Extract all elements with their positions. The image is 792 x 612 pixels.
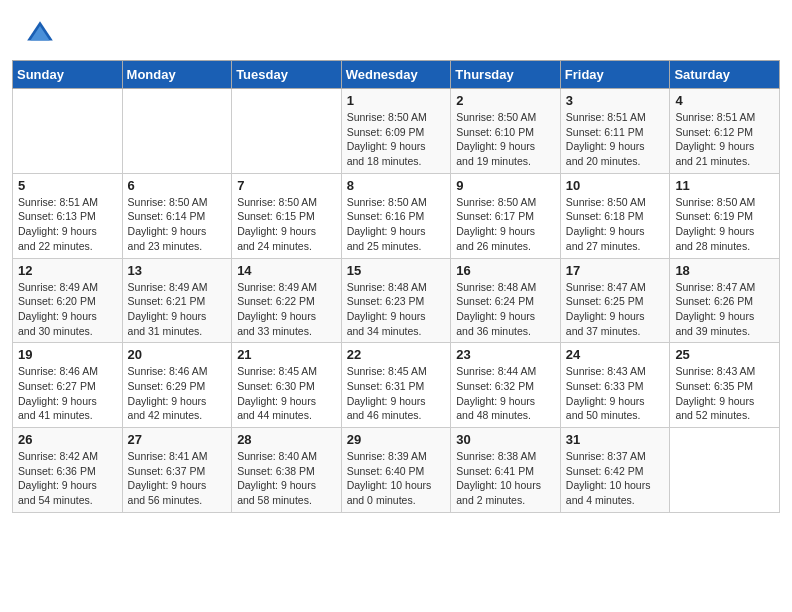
day-number: 21 <box>237 347 336 362</box>
calendar-week-3: 12Sunrise: 8:49 AM Sunset: 6:20 PM Dayli… <box>13 258 780 343</box>
day-number: 25 <box>675 347 774 362</box>
calendar-cell: 9Sunrise: 8:50 AM Sunset: 6:17 PM Daylig… <box>451 173 561 258</box>
day-info: Sunrise: 8:50 AM Sunset: 6:15 PM Dayligh… <box>237 195 336 254</box>
day-info: Sunrise: 8:43 AM Sunset: 6:33 PM Dayligh… <box>566 364 665 423</box>
calendar-week-4: 19Sunrise: 8:46 AM Sunset: 6:27 PM Dayli… <box>13 343 780 428</box>
day-number: 7 <box>237 178 336 193</box>
col-tuesday: Tuesday <box>232 61 342 89</box>
calendar-body: 1Sunrise: 8:50 AM Sunset: 6:09 PM Daylig… <box>13 89 780 513</box>
day-info: Sunrise: 8:50 AM Sunset: 6:10 PM Dayligh… <box>456 110 555 169</box>
calendar-container: Sunday Monday Tuesday Wednesday Thursday… <box>0 60 792 525</box>
day-info: Sunrise: 8:38 AM Sunset: 6:41 PM Dayligh… <box>456 449 555 508</box>
day-info: Sunrise: 8:43 AM Sunset: 6:35 PM Dayligh… <box>675 364 774 423</box>
calendar-cell: 6Sunrise: 8:50 AM Sunset: 6:14 PM Daylig… <box>122 173 232 258</box>
calendar-cell: 13Sunrise: 8:49 AM Sunset: 6:21 PM Dayli… <box>122 258 232 343</box>
day-number: 1 <box>347 93 446 108</box>
header-row: Sunday Monday Tuesday Wednesday Thursday… <box>13 61 780 89</box>
day-number: 20 <box>128 347 227 362</box>
calendar-cell: 20Sunrise: 8:46 AM Sunset: 6:29 PM Dayli… <box>122 343 232 428</box>
calendar-cell: 15Sunrise: 8:48 AM Sunset: 6:23 PM Dayli… <box>341 258 451 343</box>
calendar-cell: 11Sunrise: 8:50 AM Sunset: 6:19 PM Dayli… <box>670 173 780 258</box>
day-number: 6 <box>128 178 227 193</box>
day-info: Sunrise: 8:47 AM Sunset: 6:25 PM Dayligh… <box>566 280 665 339</box>
day-info: Sunrise: 8:45 AM Sunset: 6:30 PM Dayligh… <box>237 364 336 423</box>
calendar-cell: 28Sunrise: 8:40 AM Sunset: 6:38 PM Dayli… <box>232 428 342 513</box>
day-info: Sunrise: 8:50 AM Sunset: 6:14 PM Dayligh… <box>128 195 227 254</box>
day-info: Sunrise: 8:51 AM Sunset: 6:13 PM Dayligh… <box>18 195 117 254</box>
day-number: 14 <box>237 263 336 278</box>
day-number: 11 <box>675 178 774 193</box>
calendar-cell: 22Sunrise: 8:45 AM Sunset: 6:31 PM Dayli… <box>341 343 451 428</box>
calendar-cell: 12Sunrise: 8:49 AM Sunset: 6:20 PM Dayli… <box>13 258 123 343</box>
day-info: Sunrise: 8:46 AM Sunset: 6:27 PM Dayligh… <box>18 364 117 423</box>
calendar-cell: 26Sunrise: 8:42 AM Sunset: 6:36 PM Dayli… <box>13 428 123 513</box>
day-info: Sunrise: 8:51 AM Sunset: 6:12 PM Dayligh… <box>675 110 774 169</box>
day-number: 16 <box>456 263 555 278</box>
calendar-cell: 23Sunrise: 8:44 AM Sunset: 6:32 PM Dayli… <box>451 343 561 428</box>
calendar-header: Sunday Monday Tuesday Wednesday Thursday… <box>13 61 780 89</box>
calendar-week-2: 5Sunrise: 8:51 AM Sunset: 6:13 PM Daylig… <box>13 173 780 258</box>
day-info: Sunrise: 8:50 AM Sunset: 6:16 PM Dayligh… <box>347 195 446 254</box>
day-number: 3 <box>566 93 665 108</box>
calendar-cell: 2Sunrise: 8:50 AM Sunset: 6:10 PM Daylig… <box>451 89 561 174</box>
calendar-cell: 24Sunrise: 8:43 AM Sunset: 6:33 PM Dayli… <box>560 343 670 428</box>
day-info: Sunrise: 8:40 AM Sunset: 6:38 PM Dayligh… <box>237 449 336 508</box>
calendar-cell: 5Sunrise: 8:51 AM Sunset: 6:13 PM Daylig… <box>13 173 123 258</box>
page-header <box>0 0 792 60</box>
day-number: 26 <box>18 432 117 447</box>
day-number: 17 <box>566 263 665 278</box>
calendar-week-5: 26Sunrise: 8:42 AM Sunset: 6:36 PM Dayli… <box>13 428 780 513</box>
day-info: Sunrise: 8:50 AM Sunset: 6:19 PM Dayligh… <box>675 195 774 254</box>
calendar-cell: 4Sunrise: 8:51 AM Sunset: 6:12 PM Daylig… <box>670 89 780 174</box>
col-saturday: Saturday <box>670 61 780 89</box>
day-number: 18 <box>675 263 774 278</box>
day-info: Sunrise: 8:50 AM Sunset: 6:17 PM Dayligh… <box>456 195 555 254</box>
day-number: 10 <box>566 178 665 193</box>
calendar-cell: 1Sunrise: 8:50 AM Sunset: 6:09 PM Daylig… <box>341 89 451 174</box>
calendar-week-1: 1Sunrise: 8:50 AM Sunset: 6:09 PM Daylig… <box>13 89 780 174</box>
calendar-cell <box>670 428 780 513</box>
day-info: Sunrise: 8:48 AM Sunset: 6:23 PM Dayligh… <box>347 280 446 339</box>
day-number: 15 <box>347 263 446 278</box>
day-info: Sunrise: 8:48 AM Sunset: 6:24 PM Dayligh… <box>456 280 555 339</box>
calendar-cell: 30Sunrise: 8:38 AM Sunset: 6:41 PM Dayli… <box>451 428 561 513</box>
calendar-cell: 10Sunrise: 8:50 AM Sunset: 6:18 PM Dayli… <box>560 173 670 258</box>
calendar-cell: 29Sunrise: 8:39 AM Sunset: 6:40 PM Dayli… <box>341 428 451 513</box>
day-number: 4 <box>675 93 774 108</box>
day-number: 24 <box>566 347 665 362</box>
day-info: Sunrise: 8:41 AM Sunset: 6:37 PM Dayligh… <box>128 449 227 508</box>
calendar-cell: 16Sunrise: 8:48 AM Sunset: 6:24 PM Dayli… <box>451 258 561 343</box>
day-number: 9 <box>456 178 555 193</box>
day-number: 30 <box>456 432 555 447</box>
calendar-cell: 8Sunrise: 8:50 AM Sunset: 6:16 PM Daylig… <box>341 173 451 258</box>
calendar-cell <box>232 89 342 174</box>
day-number: 27 <box>128 432 227 447</box>
day-info: Sunrise: 8:50 AM Sunset: 6:09 PM Dayligh… <box>347 110 446 169</box>
calendar-cell <box>13 89 123 174</box>
day-info: Sunrise: 8:37 AM Sunset: 6:42 PM Dayligh… <box>566 449 665 508</box>
col-monday: Monday <box>122 61 232 89</box>
day-info: Sunrise: 8:47 AM Sunset: 6:26 PM Dayligh… <box>675 280 774 339</box>
calendar-cell: 7Sunrise: 8:50 AM Sunset: 6:15 PM Daylig… <box>232 173 342 258</box>
calendar-cell: 21Sunrise: 8:45 AM Sunset: 6:30 PM Dayli… <box>232 343 342 428</box>
logo <box>24 18 60 50</box>
day-number: 28 <box>237 432 336 447</box>
day-info: Sunrise: 8:39 AM Sunset: 6:40 PM Dayligh… <box>347 449 446 508</box>
day-number: 12 <box>18 263 117 278</box>
day-number: 23 <box>456 347 555 362</box>
col-sunday: Sunday <box>13 61 123 89</box>
day-info: Sunrise: 8:51 AM Sunset: 6:11 PM Dayligh… <box>566 110 665 169</box>
calendar-cell: 18Sunrise: 8:47 AM Sunset: 6:26 PM Dayli… <box>670 258 780 343</box>
day-info: Sunrise: 8:50 AM Sunset: 6:18 PM Dayligh… <box>566 195 665 254</box>
calendar-cell: 31Sunrise: 8:37 AM Sunset: 6:42 PM Dayli… <box>560 428 670 513</box>
day-number: 31 <box>566 432 665 447</box>
calendar-cell: 14Sunrise: 8:49 AM Sunset: 6:22 PM Dayli… <box>232 258 342 343</box>
day-info: Sunrise: 8:49 AM Sunset: 6:22 PM Dayligh… <box>237 280 336 339</box>
calendar-cell: 27Sunrise: 8:41 AM Sunset: 6:37 PM Dayli… <box>122 428 232 513</box>
calendar-cell <box>122 89 232 174</box>
day-number: 19 <box>18 347 117 362</box>
day-info: Sunrise: 8:46 AM Sunset: 6:29 PM Dayligh… <box>128 364 227 423</box>
day-number: 5 <box>18 178 117 193</box>
calendar-cell: 25Sunrise: 8:43 AM Sunset: 6:35 PM Dayli… <box>670 343 780 428</box>
day-info: Sunrise: 8:44 AM Sunset: 6:32 PM Dayligh… <box>456 364 555 423</box>
